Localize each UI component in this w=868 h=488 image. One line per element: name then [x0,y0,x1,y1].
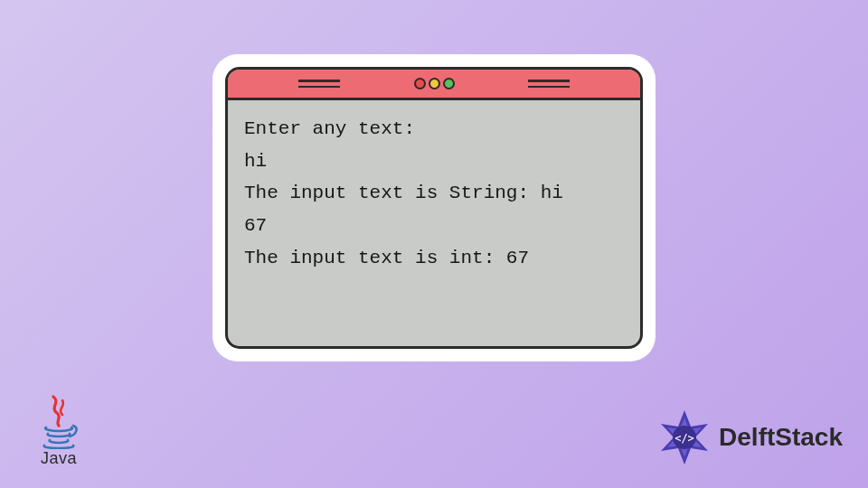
terminal-line: 67 [244,210,624,242]
delftstack-label: DelftStack [719,423,843,452]
terminal-line: The input text is int: 67 [244,242,624,275]
maximize-icon [443,78,455,89]
java-label: Java [41,449,77,468]
terminal-inner: Enter any text: hi The input text is Str… [225,67,643,349]
titlebar-deco-right [528,80,570,88]
titlebar-deco-left [298,80,340,88]
terminal-line: Enter any text: [244,113,624,145]
delftstack-icon: </> [656,408,713,466]
java-icon [37,395,80,449]
terminal-line: hi [244,145,624,178]
delftstack-logo: </> DelftStack [656,408,843,466]
traffic-lights [414,78,455,89]
terminal-titlebar [228,70,640,100]
terminal-line: The input text is String: hi [244,177,624,210]
close-icon [414,78,426,89]
java-logo: Java [27,395,90,468]
terminal-body: Enter any text: hi The input text is Str… [228,100,640,346]
minimize-icon [429,78,440,89]
terminal-window: Enter any text: hi The input text is Str… [212,54,656,361]
svg-text:</>: </> [675,432,694,445]
